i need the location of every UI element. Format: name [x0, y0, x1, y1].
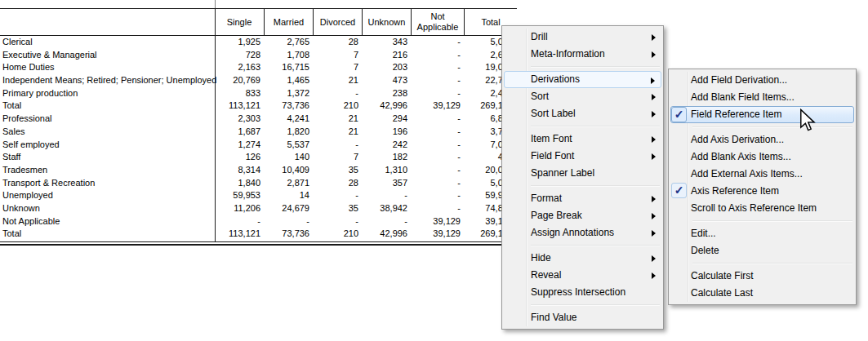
cell-not-applicable[interactable]: -	[410, 139, 461, 152]
cell-married[interactable]: 10,409	[263, 164, 309, 177]
cell-single[interactable]: 59,953	[214, 189, 260, 202]
menu-item-hide[interactable]: Hide	[504, 250, 661, 267]
menu-item-assign-annotations[interactable]: Assign Annotations	[504, 224, 661, 241]
menu-item-axis-reference-item[interactable]: ✓Axis Reference Item	[670, 183, 854, 200]
menu-item-calculate-first[interactable]: Calculate First	[670, 268, 854, 285]
cell-married[interactable]: 140	[263, 151, 309, 164]
row-label[interactable]: Primary production	[2, 87, 78, 100]
cell-not-applicable[interactable]: -	[410, 36, 461, 49]
cell-unknown[interactable]: 473	[361, 74, 407, 87]
cell-not-applicable[interactable]: 39,129	[410, 100, 461, 113]
menu-item-suppress-intersection[interactable]: Suppress Intersection	[504, 284, 661, 301]
menu-item-format[interactable]: Format	[504, 190, 661, 207]
cell-unknown[interactable]: -	[361, 189, 407, 202]
cell-married[interactable]: 73,736	[263, 100, 309, 113]
cell-unknown[interactable]: 216	[361, 49, 407, 62]
cell-not-applicable[interactable]: -	[410, 189, 461, 202]
cell-single[interactable]: 833	[214, 87, 260, 100]
cell-unknown[interactable]: 242	[361, 139, 407, 152]
cell-divorced[interactable]: -	[312, 87, 358, 100]
menu-item-add-axis-derivation[interactable]: Add Axis Derivation...	[670, 131, 854, 148]
cell-unknown[interactable]: 203	[361, 61, 407, 74]
cell-married[interactable]: 14	[263, 189, 309, 202]
menu-item-reveal[interactable]: Reveal	[504, 267, 661, 284]
cell-not-applicable[interactable]: -	[410, 126, 461, 139]
cell-single[interactable]: 126	[214, 151, 260, 164]
menu-item-page-break[interactable]: Page Break	[504, 207, 661, 224]
menu-item-field-reference-item[interactable]: ✓Field Reference Item	[670, 106, 854, 123]
cell-married[interactable]: -	[263, 215, 309, 228]
column-header-married[interactable]: Married	[264, 9, 313, 35]
row-label[interactable]: Tradesmen	[2, 164, 47, 177]
cell-not-applicable[interactable]: -	[410, 177, 461, 190]
cell-single[interactable]: 113,121	[214, 100, 260, 113]
cell-married[interactable]: 2,871	[263, 177, 309, 190]
menu-item-add-external-axis-items[interactable]: Add External Axis Items...	[670, 166, 854, 183]
row-label[interactable]: Self employed	[2, 139, 60, 152]
menu-item-meta-information[interactable]: Meta-Information	[504, 46, 661, 63]
cell-unknown[interactable]: 182	[361, 151, 407, 164]
cell-not-applicable[interactable]: -	[410, 87, 461, 100]
column-header-single[interactable]: Single	[215, 9, 264, 35]
cell-unknown[interactable]: 42,996	[361, 228, 407, 241]
cell-divorced[interactable]: 210	[312, 100, 358, 113]
cell-single[interactable]: 11,206	[214, 202, 260, 215]
row-label[interactable]: Transport & Recreation	[2, 177, 95, 190]
menu-item-find-value[interactable]: Find Value	[504, 309, 661, 326]
cell-divorced[interactable]: 7	[312, 61, 358, 74]
cell-divorced[interactable]: 35	[312, 164, 358, 177]
row-label[interactable]: Total	[2, 100, 21, 113]
cell-single[interactable]: 8,314	[214, 164, 260, 177]
cell-single[interactable]: 20,769	[214, 74, 260, 87]
cell-married[interactable]: 1,372	[263, 87, 309, 100]
menu-item-add-blank-axis-items[interactable]: Add Blank Axis Items...	[670, 148, 854, 166]
row-label[interactable]: Home Duties	[2, 61, 55, 74]
cell-single[interactable]: 113,121	[214, 228, 260, 241]
cell-divorced[interactable]: 7	[312, 49, 358, 62]
column-header-unknown[interactable]: Unknown	[362, 9, 411, 35]
cell-unknown[interactable]: 1,310	[361, 164, 407, 177]
cell-not-applicable[interactable]: -	[410, 164, 461, 177]
cell-not-applicable[interactable]: -	[410, 151, 461, 164]
cell-divorced[interactable]: 28	[312, 177, 358, 190]
cell-married[interactable]: 1,820	[263, 126, 309, 139]
menu-item-calculate-last[interactable]: Calculate Last	[670, 285, 854, 302]
menu-item-scroll-to-axis-reference-item[interactable]: Scroll to Axis Reference Item	[670, 200, 854, 217]
cell-single[interactable]: 1,687	[214, 126, 260, 139]
cell-married[interactable]: 2,765	[263, 36, 309, 49]
cell-married[interactable]: 73,736	[263, 228, 309, 241]
row-label[interactable]: Unemployed	[2, 189, 53, 202]
cell-single[interactable]: 2,303	[214, 113, 260, 126]
cell-single[interactable]: -	[214, 215, 260, 228]
cell-not-applicable[interactable]: -	[410, 202, 461, 215]
cell-married[interactable]: 16,715	[263, 61, 309, 74]
menu-item-sort[interactable]: Sort	[504, 88, 661, 105]
cell-married[interactable]: 1,465	[263, 74, 309, 87]
menu-item-item-font[interactable]: Item Font	[504, 131, 661, 148]
cell-single[interactable]: 2,163	[214, 61, 260, 74]
cell-divorced[interactable]: 7	[312, 151, 358, 164]
cell-unknown[interactable]: 238	[361, 87, 407, 100]
cell-unknown[interactable]: 343	[361, 36, 407, 49]
cell-unknown[interactable]: 42,996	[361, 100, 407, 113]
cell-single[interactable]: 1,840	[214, 177, 260, 190]
cell-divorced[interactable]: 35	[312, 202, 358, 215]
column-header-not-applicable[interactable]: Not Applicable	[411, 9, 464, 35]
cell-not-applicable[interactable]: -	[410, 61, 461, 74]
menu-item-drill[interactable]: Drill	[504, 29, 661, 46]
cell-unknown[interactable]: 196	[361, 126, 407, 139]
row-label[interactable]: Sales	[2, 126, 25, 139]
menu-item-edit[interactable]: Edit...	[670, 225, 854, 242]
row-label[interactable]: Not Applicable	[2, 215, 60, 228]
cell-not-applicable[interactable]: -	[410, 49, 461, 62]
row-label[interactable]: Total	[2, 228, 21, 241]
menu-item-add-blank-field-items[interactable]: Add Blank Field Items...	[670, 89, 854, 106]
cell-divorced[interactable]: -	[312, 139, 358, 152]
cell-divorced[interactable]: 28	[312, 36, 358, 49]
menu-item-spanner-label[interactable]: Spanner Label	[504, 165, 661, 182]
cell-divorced[interactable]: 210	[312, 228, 358, 241]
row-label[interactable]: Clerical	[2, 36, 33, 49]
cell-divorced[interactable]: -	[312, 215, 358, 228]
cell-divorced[interactable]: -	[312, 189, 358, 202]
cell-married[interactable]: 24,679	[263, 202, 309, 215]
